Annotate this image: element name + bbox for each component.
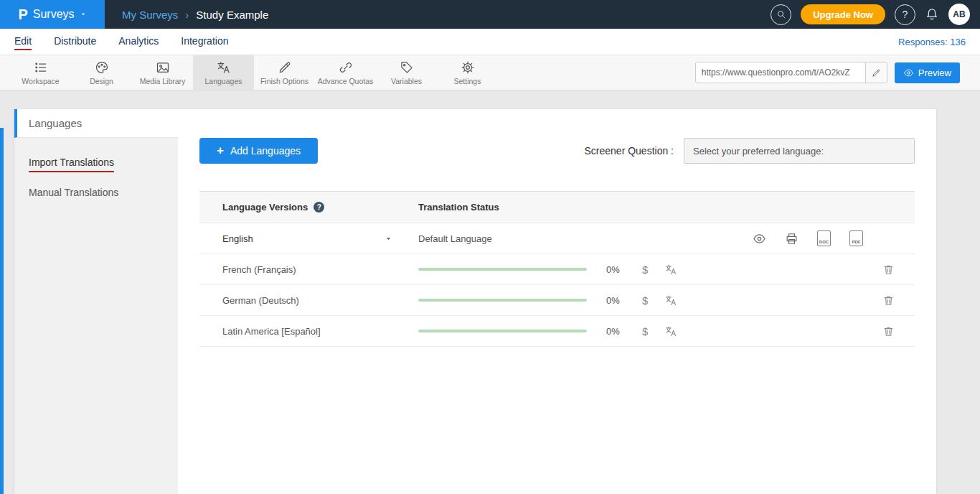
languages-card: Languages Import Translations Manual Tra…	[14, 109, 936, 494]
translation-percent: 0%	[606, 326, 625, 337]
module-nav: Edit Distribute Analytics Integration Re…	[0, 29, 980, 55]
translate-icon[interactable]	[665, 325, 677, 337]
left-accent-rail	[0, 128, 4, 494]
module-tabs: Edit Distribute Analytics Integration	[14, 34, 228, 50]
survey-toolbar: Workspace Design Media Library Languages…	[0, 55, 980, 90]
paid-translation-icon[interactable]: $	[642, 325, 648, 337]
table-row-language: Latin America [Español] 0% $	[199, 316, 915, 347]
table-header: Language Versions ? Translation Status	[199, 191, 915, 223]
breadcrumb-separator: ›	[185, 9, 189, 21]
translate-icon[interactable]	[665, 294, 677, 307]
trash-icon[interactable]	[882, 264, 895, 276]
product-name: Surveys	[33, 8, 75, 21]
breadcrumb-current-survey: Study Example	[196, 9, 268, 21]
translation-progress-bar	[418, 330, 587, 332]
languages-actions-row: + Add Languages Screener Question : Sele…	[199, 138, 915, 164]
tab-edit[interactable]: Edit	[14, 34, 32, 50]
toolbar-item-workspace[interactable]: Workspace	[10, 55, 71, 90]
toolbar-item-advance-quotas[interactable]: Advance Quotas	[315, 55, 376, 90]
default-language-actions: DOC PDF	[753, 230, 863, 246]
sidebar-body: Import Translations Manual Translations	[14, 138, 178, 494]
question-mark-icon: ?	[903, 9, 908, 20]
translation-percent: 0%	[606, 264, 625, 275]
sidebar-item-manual-translations[interactable]: Manual Translations	[14, 180, 178, 205]
table-row-default-language: English Default Language DOC PDF	[199, 223, 915, 254]
edit-url-button[interactable]	[865, 62, 887, 83]
content-area: Languages Import Translations Manual Tra…	[0, 109, 980, 494]
responses-count[interactable]: Responses: 136	[898, 37, 966, 47]
table-row-language: French (Français) 0% $	[199, 254, 915, 285]
toolbar-item-media-library[interactable]: Media Library	[132, 55, 193, 90]
help-button[interactable]: ?	[895, 4, 915, 25]
translation-progress-bar	[418, 299, 587, 302]
toolbar-item-design[interactable]: Design	[71, 55, 132, 90]
tab-analytics[interactable]: Analytics	[118, 34, 159, 50]
pdf-export-icon[interactable]: PDF	[849, 230, 863, 246]
toolbar-right: Preview	[695, 55, 980, 90]
breadcrumb: My Surveys › Study Example	[122, 9, 268, 21]
languages-main-panel: + Add Languages Screener Question : Sele…	[178, 109, 936, 494]
translation-percent: 0%	[606, 295, 625, 306]
toolbar-item-variables[interactable]: Variables	[376, 55, 437, 90]
toolbar-item-languages[interactable]: Languages	[193, 55, 254, 90]
pencil-icon	[872, 68, 881, 78]
translate-icon[interactable]	[665, 264, 677, 276]
toolbar-item-settings[interactable]: Settings	[437, 55, 498, 90]
product-switcher[interactable]: P Surveys	[0, 0, 105, 29]
preview-button[interactable]: Preview	[895, 62, 960, 83]
paid-translation-icon[interactable]: $	[642, 264, 648, 276]
trash-icon[interactable]	[882, 325, 895, 337]
trash-icon[interactable]	[882, 294, 895, 307]
translation-progress-bar	[418, 268, 587, 271]
palette-icon	[95, 60, 109, 75]
languages-sidebar: Languages Import Translations Manual Tra…	[14, 109, 178, 494]
breadcrumb-my-surveys[interactable]: My Surveys	[122, 9, 178, 21]
column-translation-status: Translation Status	[418, 202, 499, 213]
survey-url-box	[695, 62, 887, 83]
search-button[interactable]	[771, 4, 791, 25]
printer-icon[interactable]	[785, 232, 798, 246]
bell-icon	[925, 7, 939, 22]
chevron-down-icon[interactable]	[385, 235, 392, 243]
language-versions-help-icon[interactable]: ?	[314, 202, 324, 213]
eye-icon[interactable]	[753, 232, 766, 246]
image-icon	[156, 60, 170, 75]
screener-question-label: Screener Question :	[584, 145, 674, 157]
language-name: German (Deutsch)	[222, 295, 299, 306]
upgrade-now-button[interactable]: Upgrade Now	[801, 4, 885, 24]
chevron-down-icon	[80, 11, 87, 18]
column-language-versions: Language Versions	[222, 202, 308, 213]
notifications-button[interactable]	[925, 7, 939, 22]
list-icon	[34, 60, 48, 75]
add-languages-button[interactable]: + Add Languages	[199, 138, 318, 164]
language-name: Latin America [Español]	[222, 326, 321, 337]
tag-icon	[400, 60, 414, 75]
top-bar: P Surveys My Surveys › Study Example Upg…	[0, 0, 980, 29]
screener-question-select[interactable]: Select your preferred language:	[684, 138, 915, 164]
translate-icon	[217, 60, 231, 75]
gear-icon	[461, 60, 475, 75]
avatar[interactable]: AB	[948, 4, 970, 25]
sidebar-title: Languages	[14, 109, 178, 138]
paid-translation-icon[interactable]: $	[642, 294, 648, 307]
questionpro-logo: P	[18, 6, 27, 23]
language-name: French (Français)	[222, 264, 296, 275]
doc-export-icon[interactable]: DOC	[817, 230, 831, 246]
table-row-language: German (Deutsch) 0% $	[199, 285, 915, 316]
tab-integration[interactable]: Integration	[181, 34, 228, 50]
sidebar-item-import-translations[interactable]: Import Translations	[14, 149, 178, 180]
toolbar-item-finish-options[interactable]: Finish Options	[254, 55, 315, 90]
default-language-status: Default Language	[418, 233, 492, 244]
link-icon	[339, 60, 353, 75]
search-icon	[776, 9, 786, 19]
survey-url-input[interactable]	[696, 67, 865, 78]
default-language-name: English	[222, 233, 253, 244]
plus-icon: +	[217, 144, 224, 158]
eye-icon	[903, 67, 914, 78]
top-bar-actions: Upgrade Now ? AB	[771, 4, 980, 25]
pencil-icon	[278, 60, 292, 75]
tab-distribute[interactable]: Distribute	[54, 34, 96, 50]
